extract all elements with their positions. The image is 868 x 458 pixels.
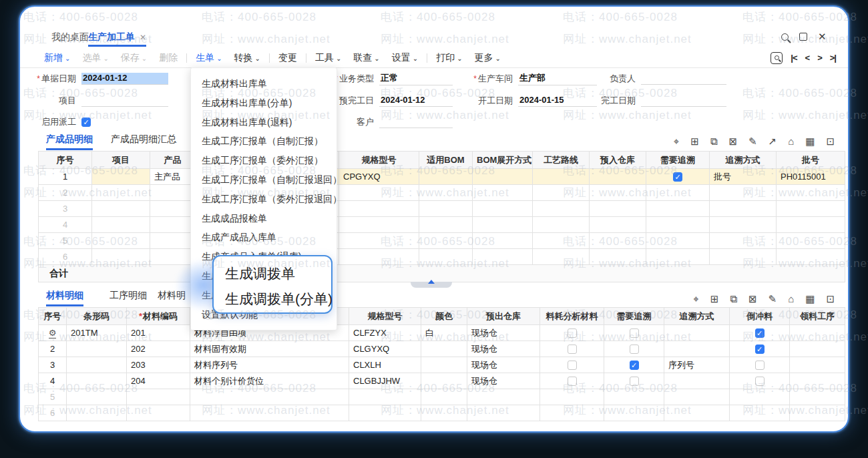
cell-checkbox[interactable]: [568, 345, 577, 354]
archive-icon[interactable]: ⌂: [788, 294, 794, 304]
menu-item-7[interactable]: 生成成品报检单: [191, 209, 337, 228]
cell-checkbox[interactable]: ✓: [755, 345, 765, 354]
dispatch-checkbox[interactable]: ✓: [81, 118, 91, 127]
prev-record-icon[interactable]: <: [805, 53, 810, 63]
toolbar-button[interactable]: 新增⌄: [38, 52, 76, 64]
batch-edit-icon[interactable]: ✎: [769, 294, 777, 304]
project-input[interactable]: [81, 95, 168, 107]
product-tab-0[interactable]: 产成品明细: [46, 134, 93, 150]
toolbar-button[interactable]: 保存⌄: [115, 52, 153, 64]
tab-close-icon[interactable]: ✕: [140, 33, 146, 42]
menu-item-5[interactable]: 生成工序汇报单（自制汇报退回）: [191, 170, 337, 190]
table-cell: [730, 405, 790, 421]
column-header: 预入仓库: [590, 152, 646, 169]
copy-icon[interactable]: ⧉: [730, 294, 737, 304]
table-cell: 现场仓: [467, 341, 540, 357]
table-cell: [604, 341, 664, 357]
customer-input[interactable]: [379, 116, 453, 128]
cell-checkbox[interactable]: [568, 361, 577, 370]
expand-icon[interactable]: [799, 33, 807, 41]
next-record-icon[interactable]: >: [817, 53, 822, 63]
table-row[interactable]: 2: [39, 185, 845, 201]
batch-edit-icon[interactable]: ✎: [748, 136, 757, 146]
table-row[interactable]: 6: [39, 249, 845, 265]
cell-checkbox[interactable]: [568, 328, 577, 338]
menu-item-0[interactable]: 生成材料出库单: [191, 74, 337, 93]
table-cell: CLXLH: [349, 357, 421, 373]
search-icon[interactable]: [781, 33, 789, 41]
cell-checkbox[interactable]: [630, 328, 639, 338]
cell-checkbox[interactable]: [568, 377, 577, 386]
table-cell: [349, 405, 421, 421]
delete-row-icon[interactable]: ⊠: [728, 136, 737, 146]
cell-checkbox[interactable]: [755, 377, 765, 386]
add-row-icon[interactable]: ⊞: [710, 294, 719, 304]
chevron-down-icon: ⌄: [255, 55, 260, 62]
delete-row-icon[interactable]: ⊠: [748, 294, 757, 304]
table-cell: [710, 185, 777, 201]
table-row[interactable]: 5: [39, 233, 845, 249]
copy-icon[interactable]: ⧉: [710, 136, 718, 146]
material-tab-0[interactable]: 材料明细: [46, 290, 83, 306]
menu-item-1[interactable]: 生成材料出库单(分单): [191, 93, 337, 113]
table-row[interactable]: 1主产品CPGYXQ✓批号PH0115001: [39, 169, 845, 185]
menu-item-6[interactable]: 生成工序汇报单（委外汇报退回）: [191, 190, 337, 209]
first-record-icon[interactable]: |<: [791, 53, 797, 63]
toolbar-button[interactable]: 选单⌄: [76, 52, 114, 64]
table-cell: ✓: [604, 357, 664, 373]
table-cell: 材料个别计价货位: [190, 373, 349, 389]
table-row[interactable]: 6: [39, 405, 845, 421]
layout-icon[interactable]: ▦: [805, 136, 815, 146]
fullscreen-icon[interactable]: ⊡: [826, 136, 835, 146]
locate-icon[interactable]: ⌖: [674, 136, 679, 146]
finish-date-input[interactable]: [641, 95, 726, 107]
last-record-icon[interactable]: >|: [830, 53, 836, 63]
table-row[interactable]: ⚙201TM201材料浮自由项CLFZYX白现场仓✓: [39, 325, 845, 341]
add-row-icon[interactable]: ⊞: [690, 136, 699, 146]
cell-checkbox[interactable]: [755, 361, 765, 370]
table-row[interactable]: 2202材料固有效期CLGYXQ现场仓✓: [39, 341, 845, 357]
toolbar-button[interactable]: 设置⌄: [386, 52, 424, 64]
material-tab-1[interactable]: 工序明细: [110, 290, 147, 302]
toolbar-button[interactable]: 联查⌄: [347, 52, 385, 64]
table-row[interactable]: 5: [39, 389, 845, 405]
menu-item-4[interactable]: 生成工序汇报单（委外汇报）: [191, 151, 337, 170]
cell-checkbox[interactable]: [630, 345, 639, 354]
tab-production-order[interactable]: 生产加工单✕: [88, 29, 146, 47]
toolbar-button[interactable]: 打印⌄: [430, 52, 468, 64]
collapse-handle[interactable]: [411, 282, 452, 288]
toolbar-button[interactable]: 转换⌄: [228, 52, 266, 64]
close-icon[interactable]: ✕: [818, 31, 827, 43]
table-row[interactable]: 4204材料个别计价货位CLGBJJHW现场仓: [39, 373, 845, 389]
cell-checkbox[interactable]: ✓: [755, 328, 765, 338]
toolbar-button[interactable]: 更多⌄: [469, 52, 507, 64]
menu-item-2[interactable]: 生成材料出库单(退料): [191, 113, 337, 132]
cell-checkbox[interactable]: ✓: [673, 172, 682, 182]
layout-icon[interactable]: ▦: [805, 294, 815, 304]
manager-input[interactable]: [641, 73, 726, 85]
archive-icon[interactable]: ⌂: [788, 136, 794, 146]
fullscreen-icon[interactable]: ⊡: [826, 294, 835, 304]
collapse-arrow-icon: [428, 280, 435, 284]
locate-icon[interactable]: ⌖: [693, 294, 698, 304]
toolbar-button[interactable]: 删除: [153, 52, 184, 64]
row-settings-icon[interactable]: ⚙: [49, 328, 57, 338]
export-icon[interactable]: ↗: [769, 136, 777, 146]
record-preview-icon[interactable]: [771, 52, 783, 64]
table-row[interactable]: 4: [39, 217, 845, 233]
toolbar-button[interactable]: 生单⌄: [190, 52, 228, 64]
product-tab-1[interactable]: 产成品明细汇总: [111, 134, 176, 146]
cell-checkbox[interactable]: [630, 377, 639, 386]
doc-date-input[interactable]: 2024-01-12: [81, 73, 168, 85]
menu-item-3[interactable]: 生成工序汇报单（自制汇报）: [191, 132, 337, 151]
popup-item-transfer-order[interactable]: 生成调拨单: [225, 264, 295, 283]
popup-item-transfer-order-split[interactable]: 生成调拨单(分单): [225, 290, 333, 308]
menu-item-8[interactable]: 生成产成品入库单: [191, 228, 337, 247]
toolbar-button[interactable]: 工具⌄: [309, 52, 347, 64]
material-tab-2[interactable]: 材料明: [158, 290, 186, 302]
table-row[interactable]: 3: [39, 201, 845, 217]
toolbar-button[interactable]: 变更: [272, 52, 303, 64]
tab-my-desktop[interactable]: 我的桌面: [51, 29, 89, 47]
table-row[interactable]: 3203材料序列号CLXLH现场仓✓序列号: [39, 357, 845, 373]
cell-checkbox[interactable]: ✓: [630, 361, 639, 370]
